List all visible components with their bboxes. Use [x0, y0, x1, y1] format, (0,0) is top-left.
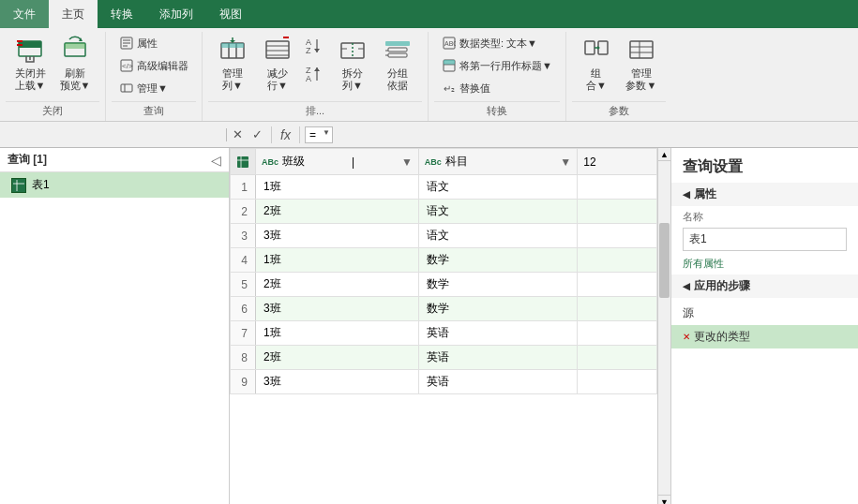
formula-separator	[271, 126, 272, 143]
manage-params-button[interactable]: 管理参数▼	[621, 34, 662, 94]
row-num-5: 5	[231, 273, 256, 297]
first-row-header-icon	[442, 58, 457, 73]
tab-add-col[interactable]: 添加列	[146, 0, 206, 28]
close-upload-button[interactable]: 关闭并上载▼	[9, 34, 51, 94]
tab-view[interactable]: 视图	[206, 0, 255, 28]
manage-cols-icon	[218, 36, 248, 66]
split-col-button[interactable]: 拆分列▼	[332, 34, 373, 94]
collapse-panel-button[interactable]: ◁	[211, 153, 221, 168]
svg-rect-6	[65, 43, 85, 49]
arrange-group-inner: 管理列▼ 减少行▼ A	[208, 32, 422, 99]
steps-section-label: 应用的步骤	[694, 278, 750, 294]
row4-class: 1班	[256, 248, 419, 273]
col-header-subject[interactable]: ABc 科目 ▼	[418, 149, 577, 175]
data-area: ABc 班级 | ▼ ABc 科目 ▼	[230, 148, 670, 504]
row-num-3: 3	[231, 224, 256, 248]
scroll-up-button[interactable]: ▲	[658, 148, 670, 161]
steps-triangle-icon: ◀	[683, 281, 690, 291]
svg-text:↵₂: ↵₂	[444, 83, 455, 94]
col-subject-dropdown[interactable]: ▼	[560, 156, 571, 169]
svg-rect-19	[221, 43, 244, 48]
replace-value-button[interactable]: ↵₂ 替换值	[438, 79, 494, 97]
svg-rect-54	[630, 41, 653, 58]
table-row: 2 2班 语文	[231, 200, 657, 224]
advanced-editor-button[interactable]: </> 高级编辑器	[115, 56, 192, 75]
row5-subject: 数学	[418, 273, 577, 297]
svg-rect-50	[585, 41, 595, 54]
row5-score	[578, 273, 657, 297]
query-item-table1[interactable]: 表1	[0, 172, 229, 198]
confirm-formula-button[interactable]: ✓	[248, 126, 266, 142]
row2-score	[578, 200, 657, 224]
ribbon-group-params: 组合▼ 管理参数▼ 参数	[566, 32, 671, 121]
row3-score	[578, 224, 657, 248]
row4-subject: 数学	[418, 248, 577, 273]
name-property-value[interactable]: 表1	[683, 228, 847, 251]
properties-section-header[interactable]: ◀ 属性	[671, 183, 858, 206]
manage-icon	[119, 81, 134, 96]
row7-class: 1班	[256, 321, 419, 346]
step-item-changed-type[interactable]: ✕ 更改的类型	[671, 325, 858, 348]
query-group-inner: 属性 </> 高级编辑器 管理▼	[112, 32, 196, 99]
convert-group-inner: ABC 数据类型: 文本▼ 将第一行用作标题▼ ↵₂ 替换值	[434, 32, 560, 99]
row-num-6: 6	[231, 297, 256, 321]
first-row-header-button[interactable]: 将第一行用作标题▼	[438, 56, 556, 75]
col-header-class[interactable]: ABc 班级 | ▼	[256, 149, 419, 175]
combine-button[interactable]: 组合▼	[576, 34, 617, 94]
first-row-header-label: 将第一行用作标题▼	[459, 59, 552, 73]
group-by-button[interactable]: 分组依据	[377, 34, 418, 94]
row1-subject: 语文	[418, 175, 577, 200]
svg-rect-47	[444, 60, 455, 65]
manage-label: 管理▼	[137, 82, 168, 96]
properties-triangle-icon: ◀	[683, 189, 690, 200]
manage-button[interactable]: 管理▼	[115, 79, 172, 97]
data-type-icon: ABC	[442, 36, 457, 51]
col-header-score[interactable]: 12	[578, 149, 657, 175]
step-delete-icon[interactable]: ✕	[683, 332, 690, 342]
col-class-dropdown[interactable]: ▼	[401, 156, 413, 169]
ribbon-group-query: 属性 </> 高级编辑器 管理▼ 查询	[106, 32, 203, 121]
step-item-source[interactable]: 源	[671, 302, 858, 325]
svg-rect-58	[13, 180, 24, 191]
table-row: 9 3班 英语	[231, 370, 657, 394]
scroll-down-button[interactable]: ▼	[658, 495, 670, 504]
properties-button[interactable]: 属性	[115, 34, 161, 52]
close-upload-label: 关闭并上载▼	[15, 67, 46, 92]
manage-params-label: 管理参数▼	[625, 67, 656, 92]
tab-transform[interactable]: 转换	[98, 0, 146, 28]
tab-file[interactable]: 文件	[0, 0, 49, 28]
tab-home[interactable]: 主页	[49, 0, 98, 28]
refresh-preview-button[interactable]: 刷新预览▼	[54, 34, 96, 94]
steps-section-header[interactable]: ◀ 应用的步骤	[671, 274, 858, 298]
query-item-label: 表1	[32, 177, 50, 193]
row3-class: 3班	[256, 224, 419, 248]
main-content: 查询 [1] ◁ 表1	[0, 148, 858, 504]
row1-score	[578, 175, 657, 200]
col-score-label: 12	[583, 156, 595, 169]
close-group-label: 关闭	[6, 101, 99, 121]
scrollbar[interactable]: ▲ ▼	[657, 148, 670, 504]
sort-az-button[interactable]: A Z	[302, 34, 328, 60]
data-table: ABc 班级 | ▼ ABc 科目 ▼	[230, 148, 657, 394]
svg-text:Z: Z	[306, 46, 311, 55]
cancel-formula-button[interactable]: ✕	[229, 126, 247, 142]
table-row: 3 3班 语文	[231, 224, 657, 248]
svg-rect-41	[388, 53, 407, 57]
replace-value-label: 替换值	[459, 82, 490, 96]
all-properties-link[interactable]: 所有属性	[671, 253, 858, 274]
manage-cols-button[interactable]: 管理列▼	[212, 34, 253, 94]
data-type-label: 数据类型: 文本▼	[459, 37, 537, 51]
row8-score	[578, 346, 657, 370]
svg-rect-39	[385, 41, 410, 46]
scrollbar-thumb[interactable]	[659, 223, 670, 298]
svg-rect-40	[388, 48, 407, 52]
ribbon-body: 关闭并上载▼ 刷新预览▼ 关闭	[0, 28, 858, 122]
fx-label: fx	[277, 126, 294, 143]
query-group-label: 查询	[112, 101, 196, 121]
reduce-rows-button[interactable]: 减少行▼	[257, 34, 298, 94]
data-type-button[interactable]: ABC 数据类型: 文本▼	[438, 34, 541, 52]
sort-za-button[interactable]: Z A	[302, 62, 328, 88]
svg-text:A: A	[306, 74, 311, 83]
formula-dropdown[interactable]: =	[305, 126, 333, 143]
right-panel-title: 查询设置	[671, 148, 858, 183]
